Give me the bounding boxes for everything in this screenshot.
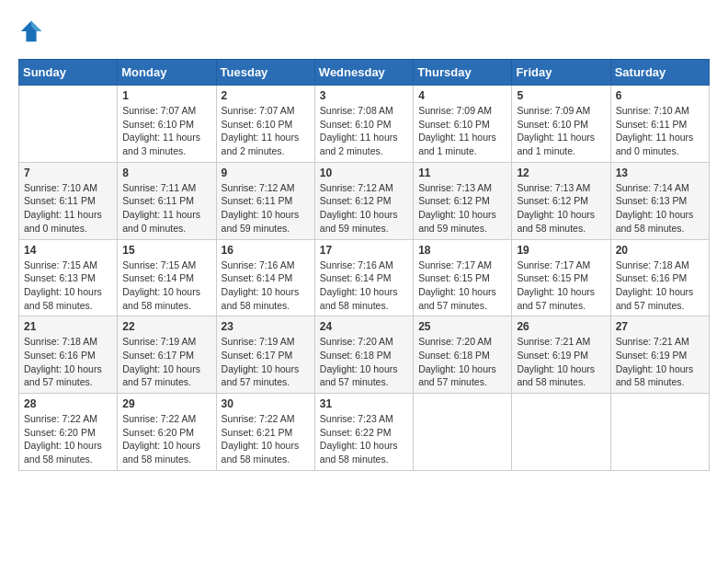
table-row: 15Sunrise: 7:15 AMSunset: 6:14 PMDayligh… <box>118 239 216 316</box>
day-number: 2 <box>222 89 310 102</box>
day-info: Sunrise: 7:17 AMSunset: 6:15 PMDaylight:… <box>517 259 605 313</box>
day-info: Sunrise: 7:09 AMSunset: 6:10 PMDaylight:… <box>517 104 605 158</box>
day-number: 26 <box>517 320 605 333</box>
table-row: 21Sunrise: 7:18 AMSunset: 6:16 PMDayligh… <box>19 316 118 394</box>
day-info: Sunrise: 7:09 AMSunset: 6:10 PMDaylight:… <box>418 104 506 158</box>
day-number: 7 <box>24 167 112 179</box>
day-info: Sunrise: 7:22 AMSunset: 6:20 PMDaylight:… <box>24 412 112 466</box>
day-number: 12 <box>517 167 605 179</box>
day-of-week-header: Friday <box>512 60 610 86</box>
logo <box>18 18 48 44</box>
table-row: 2Sunrise: 7:07 AMSunset: 6:10 PMDaylight… <box>216 86 314 163</box>
day-info: Sunrise: 7:11 AMSunset: 6:11 PMDaylight:… <box>122 181 210 236</box>
table-row <box>414 394 512 471</box>
day-info: Sunrise: 7:10 AMSunset: 6:11 PMDaylight:… <box>616 104 704 158</box>
table-row <box>610 394 709 471</box>
day-info: Sunrise: 7:19 AMSunset: 6:17 PMDaylight:… <box>222 335 310 389</box>
day-info: Sunrise: 7:15 AMSunset: 6:14 PMDaylight:… <box>122 259 210 313</box>
table-row: 13Sunrise: 7:14 AMSunset: 6:13 PMDayligh… <box>610 162 709 239</box>
calendar-week-row: 21Sunrise: 7:18 AMSunset: 6:16 PMDayligh… <box>19 316 710 394</box>
day-number: 22 <box>122 320 210 333</box>
day-info: Sunrise: 7:12 AMSunset: 6:11 PMDaylight:… <box>222 181 310 236</box>
day-info: Sunrise: 7:10 AMSunset: 6:11 PMDaylight:… <box>24 181 112 236</box>
day-info: Sunrise: 7:22 AMSunset: 6:21 PMDaylight:… <box>222 412 310 466</box>
day-number: 8 <box>122 167 210 179</box>
table-row: 23Sunrise: 7:19 AMSunset: 6:17 PMDayligh… <box>216 316 314 394</box>
day-info: Sunrise: 7:15 AMSunset: 6:13 PMDaylight:… <box>24 259 112 313</box>
day-of-week-header: Monday <box>118 60 216 86</box>
day-number: 9 <box>222 167 310 179</box>
day-of-week-header: Sunday <box>19 60 118 86</box>
day-info: Sunrise: 7:17 AMSunset: 6:15 PMDaylight:… <box>418 259 506 313</box>
day-number: 29 <box>122 397 210 410</box>
day-number: 27 <box>616 320 704 333</box>
day-info: Sunrise: 7:16 AMSunset: 6:14 PMDaylight:… <box>222 259 310 313</box>
table-row: 18Sunrise: 7:17 AMSunset: 6:15 PMDayligh… <box>414 239 512 316</box>
day-of-week-header: Tuesday <box>216 60 314 86</box>
day-number: 5 <box>517 89 605 102</box>
day-of-week-header: Wednesday <box>314 60 413 86</box>
day-info: Sunrise: 7:20 AMSunset: 6:18 PMDaylight:… <box>320 335 408 389</box>
table-row: 4Sunrise: 7:09 AMSunset: 6:10 PMDaylight… <box>414 86 512 163</box>
day-number: 14 <box>24 244 112 257</box>
table-row: 25Sunrise: 7:20 AMSunset: 6:18 PMDayligh… <box>414 316 512 394</box>
day-number: 16 <box>222 244 310 257</box>
day-number: 6 <box>616 89 704 102</box>
table-row: 28Sunrise: 7:22 AMSunset: 6:20 PMDayligh… <box>19 394 118 471</box>
page-header <box>18 18 710 44</box>
day-number: 10 <box>320 167 408 179</box>
table-row: 11Sunrise: 7:13 AMSunset: 6:12 PMDayligh… <box>414 162 512 239</box>
day-number: 23 <box>222 320 310 333</box>
day-number: 30 <box>222 397 310 410</box>
day-number: 21 <box>24 320 112 333</box>
day-info: Sunrise: 7:18 AMSunset: 6:16 PMDaylight:… <box>24 335 112 389</box>
day-info: Sunrise: 7:13 AMSunset: 6:12 PMDaylight:… <box>517 181 605 236</box>
day-number: 15 <box>122 244 210 257</box>
calendar-week-row: 28Sunrise: 7:22 AMSunset: 6:20 PMDayligh… <box>19 394 710 471</box>
table-row: 10Sunrise: 7:12 AMSunset: 6:12 PMDayligh… <box>314 162 413 239</box>
day-number: 3 <box>320 89 408 102</box>
calendar-week-row: 1Sunrise: 7:07 AMSunset: 6:10 PMDaylight… <box>19 86 710 163</box>
table-row: 22Sunrise: 7:19 AMSunset: 6:17 PMDayligh… <box>118 316 216 394</box>
day-info: Sunrise: 7:22 AMSunset: 6:20 PMDaylight:… <box>122 412 210 466</box>
day-number: 28 <box>24 397 112 410</box>
day-info: Sunrise: 7:07 AMSunset: 6:10 PMDaylight:… <box>222 104 310 158</box>
day-of-week-header: Thursday <box>414 60 512 86</box>
table-row <box>512 394 610 471</box>
day-info: Sunrise: 7:18 AMSunset: 6:16 PMDaylight:… <box>616 259 704 313</box>
table-row: 3Sunrise: 7:08 AMSunset: 6:10 PMDaylight… <box>314 86 413 163</box>
day-info: Sunrise: 7:12 AMSunset: 6:12 PMDaylight:… <box>320 181 408 236</box>
table-row: 17Sunrise: 7:16 AMSunset: 6:14 PMDayligh… <box>314 239 413 316</box>
table-row: 24Sunrise: 7:20 AMSunset: 6:18 PMDayligh… <box>314 316 413 394</box>
day-number: 24 <box>320 320 408 333</box>
table-row: 19Sunrise: 7:17 AMSunset: 6:15 PMDayligh… <box>512 239 610 316</box>
table-row: 30Sunrise: 7:22 AMSunset: 6:21 PMDayligh… <box>216 394 314 471</box>
table-row: 9Sunrise: 7:12 AMSunset: 6:11 PMDaylight… <box>216 162 314 239</box>
table-row: 29Sunrise: 7:22 AMSunset: 6:20 PMDayligh… <box>118 394 216 471</box>
table-row <box>19 86 118 163</box>
day-info: Sunrise: 7:16 AMSunset: 6:14 PMDaylight:… <box>320 259 408 313</box>
table-row: 26Sunrise: 7:21 AMSunset: 6:19 PMDayligh… <box>512 316 610 394</box>
day-number: 19 <box>517 244 605 257</box>
day-number: 18 <box>418 244 506 257</box>
calendar-table: SundayMondayTuesdayWednesdayThursdayFrid… <box>18 59 710 471</box>
calendar-week-row: 7Sunrise: 7:10 AMSunset: 6:11 PMDaylight… <box>19 162 710 239</box>
day-number: 25 <box>418 320 506 333</box>
table-row: 7Sunrise: 7:10 AMSunset: 6:11 PMDaylight… <box>19 162 118 239</box>
day-number: 17 <box>320 244 408 257</box>
table-row: 6Sunrise: 7:10 AMSunset: 6:11 PMDaylight… <box>610 86 709 163</box>
day-number: 4 <box>418 89 506 102</box>
day-number: 20 <box>616 244 704 257</box>
calendar-header-row: SundayMondayTuesdayWednesdayThursdayFrid… <box>19 60 710 86</box>
day-of-week-header: Saturday <box>610 60 709 86</box>
day-number: 1 <box>122 89 210 102</box>
day-info: Sunrise: 7:07 AMSunset: 6:10 PMDaylight:… <box>122 104 210 158</box>
table-row: 5Sunrise: 7:09 AMSunset: 6:10 PMDaylight… <box>512 86 610 163</box>
table-row: 14Sunrise: 7:15 AMSunset: 6:13 PMDayligh… <box>19 239 118 316</box>
table-row: 27Sunrise: 7:21 AMSunset: 6:19 PMDayligh… <box>610 316 709 394</box>
day-info: Sunrise: 7:21 AMSunset: 6:19 PMDaylight:… <box>517 335 605 389</box>
day-info: Sunrise: 7:23 AMSunset: 6:22 PMDaylight:… <box>320 412 408 466</box>
day-number: 31 <box>320 397 408 410</box>
table-row: 16Sunrise: 7:16 AMSunset: 6:14 PMDayligh… <box>216 239 314 316</box>
logo-icon <box>18 18 44 44</box>
